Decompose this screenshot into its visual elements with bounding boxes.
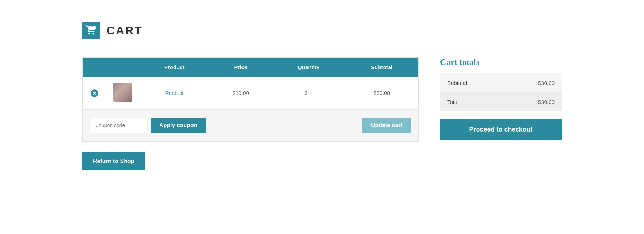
proceed-to-checkout-button[interactable]: Proceed to checkout [440, 119, 562, 140]
table-row: Product $10.00 $30.00 [83, 77, 419, 110]
coupon-row: Apply coupon Update cart [82, 110, 419, 142]
remove-icon [90, 89, 99, 98]
col-price: Price [210, 58, 272, 77]
cart-totals-section: Cart totals Subtotal $30.00 Total $30.00… [440, 57, 562, 140]
subtotal-cell: $30.00 [345, 77, 418, 110]
page-title: CART [107, 24, 143, 37]
col-remove [83, 58, 107, 77]
col-image [106, 58, 139, 77]
remove-cell [83, 77, 107, 110]
cart-totals-title: Cart totals [440, 57, 562, 67]
return-to-shop-button[interactable]: Return to Shop [82, 152, 145, 170]
price-cell: $10.00 [210, 77, 272, 110]
quantity-cell [272, 77, 345, 110]
apply-coupon-button[interactable]: Apply coupon [151, 118, 206, 133]
update-cart-button[interactable]: Update cart [362, 118, 411, 133]
coupon-left: Apply coupon [90, 118, 206, 133]
cart-section: Product Price Quantity Subtotal [82, 57, 419, 170]
cart-table: Product Price Quantity Subtotal [82, 57, 419, 110]
product-name-cell: Product [139, 77, 210, 110]
subtotal-row: Subtotal $30.00 [440, 73, 562, 92]
totals-table: Subtotal $30.00 Total $30.00 [440, 73, 562, 111]
product-price: $10.00 [233, 90, 249, 96]
subtotal-value: $30.00 [504, 73, 562, 92]
quantity-input[interactable] [299, 86, 318, 100]
col-product: Product [139, 58, 210, 77]
product-image-cell [106, 77, 139, 110]
product-name: Product [165, 90, 184, 96]
coupon-input[interactable] [90, 118, 147, 133]
cart-icon [86, 25, 96, 35]
remove-item-button[interactable] [90, 89, 99, 98]
product-thumbnail [113, 83, 132, 102]
total-value: $30.00 [504, 92, 562, 111]
product-subtotal: $30.00 [374, 90, 390, 96]
col-quantity: Quantity [272, 58, 345, 77]
subtotal-label: Subtotal [440, 73, 504, 92]
col-subtotal: Subtotal [345, 58, 418, 77]
cart-icon-box [82, 22, 100, 39]
total-label: Total [440, 92, 504, 111]
total-row: Total $30.00 [440, 92, 562, 111]
